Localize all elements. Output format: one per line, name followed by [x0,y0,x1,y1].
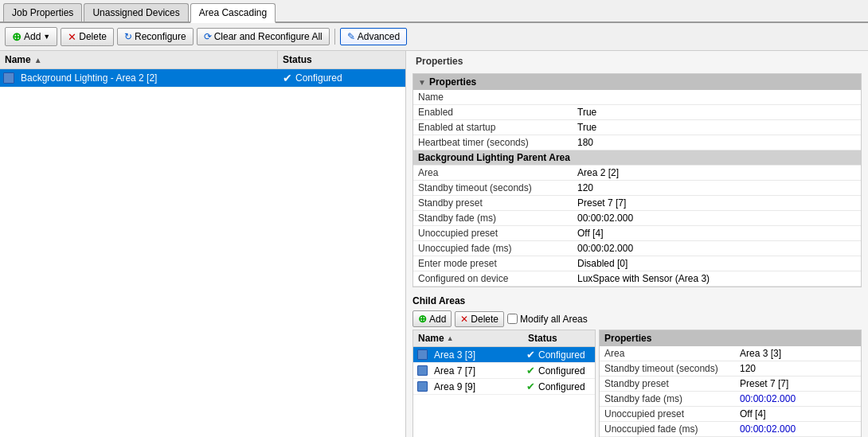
tab-bar: Job Properties Unassigned Devices Area C… [0,0,868,23]
child-status-text-2: Configured [538,365,585,377]
prop-row-configured-on-device: Configured on device LuxSpace with Senso… [413,271,861,287]
properties-container: ▼ Properties Name Enabled True [412,73,862,287]
child-sort-icon: ▲ [447,334,454,342]
prop-row-enabled-startup: Enabled at startup True [413,120,861,135]
add-icon: ⊕ [12,30,22,43]
prop-label-name: Name [413,90,573,105]
cprop-value-standby-preset: Preset 7 [7] [735,377,861,392]
prop-label-standby-fade: Standby fade (ms) [413,211,573,226]
tab-unassigned-devices[interactable]: Unassigned Devices [84,3,188,21]
table-row[interactable]: Background Lighting - Area 2 [2] ✔ Confi… [0,69,405,88]
child-status-col-header: Status [523,330,595,346]
child-row-3[interactable]: Area 9 [9] ✔ Configured [413,379,595,395]
prop-label-heartbeat: Heartbeat timer (seconds) [413,135,573,150]
child-row-name-3: Area 9 [9] [431,380,523,394]
reconfigure-icon: ↻ [124,31,132,42]
child-row-icon-3 [413,379,431,394]
child-areas-title: Child Areas [412,294,862,308]
child-status-text-3: Configured [538,381,585,392]
cprop-row-standby-preset: Standby preset Preset 7 [7] [600,377,861,392]
row-status: ✔ Configured [278,69,405,87]
prop-row-enabled: Enabled True [413,105,861,120]
toolbar-separator [334,29,335,45]
modify-label: Modify all Areas [520,314,588,325]
cprop-value-standby-timeout: 120 [735,361,861,377]
child-check-icon-2: ✔ [526,365,535,377]
properties-header: ▼ Properties [413,74,861,90]
add-button[interactable]: ⊕ Add ▼ [5,27,57,46]
row-name: Background Lighting - Area 2 [2] [18,70,278,86]
right-panel: Properties ▼ Properties Name Enabled [406,51,868,437]
reconfigure-button[interactable]: ↻ Reconfigure [117,28,194,45]
child-name-col-header: Name ▲ [413,330,523,346]
modify-all-checkbox[interactable] [507,314,518,324]
prop-value-configured-on-device: LuxSpace with Sensor (Area 3) [573,271,861,287]
cprop-row-standby-fade: Standby fade (ms) 00:00:02.000 [600,392,861,407]
prop-label-standby-timeout: Standby timeout (seconds) [413,181,573,196]
child-list: Name ▲ Status Area 3 [3] [412,330,596,437]
prop-label-area: Area [413,166,573,181]
prop-value-area: Area 2 [2] [573,166,861,181]
prop-label-enabled-startup: Enabled at startup [413,120,573,135]
child-areas-toolbar: ⊕ Add ✕ Delete Modify all Areas [412,308,862,330]
tab-job-properties[interactable]: Job Properties [3,3,82,21]
delete-button[interactable]: ✕ Delete [61,28,114,46]
prop-row-standby-timeout: Standby timeout (seconds) 120 [413,181,861,196]
prop-label-unoccupied-preset: Unoccupied preset [413,226,573,241]
clear-reconfigure-button[interactable]: ⟳ Clear and Reconfigure All [197,28,330,45]
prop-value-enabled: True [573,105,861,120]
prop-label-configured-on-device: Configured on device [413,271,573,287]
reconfigure-label: Reconfigure [135,31,186,42]
child-delete-button[interactable]: ✕ Delete [455,311,504,327]
main-layout: Name ▲ Status Background Lighting - Area… [0,51,868,437]
child-add-button[interactable]: ⊕ Add [412,310,452,327]
name-sort-icon: ▲ [34,56,42,64]
cprop-value-area: Area 3 [3] [735,346,861,361]
prop-value-enabled-startup: True [573,120,861,135]
left-table-header: Name ▲ Status [0,51,405,69]
prop-value-standby-fade: 00:00:02.000 [573,211,861,226]
prop-row-name: Name [413,90,861,105]
clear-label: Clear and Reconfigure All [214,31,323,42]
clear-icon: ⟳ [204,31,212,42]
child-row-icon-2 [413,363,431,378]
cprop-label-standby-fade: Standby fade (ms) [600,392,735,407]
child-status-text-1: Configured [538,349,585,361]
child-list-header: Name ▲ Status [413,330,595,347]
status-column-header: Status [278,51,405,68]
cprop-label-standby-preset: Standby preset [600,377,735,392]
properties-header-label: Properties [429,76,476,88]
child-areas-section: Child Areas ⊕ Add ✕ Delete Modify all Ar… [412,294,862,437]
child-row-name-1: Area 3 [3] [431,348,523,362]
child-check-icon-1: ✔ [526,349,535,361]
child-delete-label: Delete [471,314,499,325]
prop-label-enter-mode: Enter mode preset [413,256,573,271]
advanced-button[interactable]: ✎ Advanced [340,28,407,45]
cprop-row-area: Area Area 3 [3] [600,346,861,361]
child-row-1[interactable]: Area 3 [3] ✔ Configured [413,347,595,363]
child-content: Name ▲ Status Area 3 [3] [412,330,862,437]
properties-table: Name Enabled True Enabled at startup Tru… [413,90,861,287]
row-icon [0,70,18,86]
advanced-icon: ✎ [347,31,355,42]
child-add-icon: ⊕ [418,313,427,325]
cprop-label-area: Area [600,346,735,361]
cprop-label-unoccupied-preset: Unoccupied preset [600,407,735,422]
prop-value-name [573,90,861,105]
prop-row-heartbeat: Heartbeat timer (seconds) 180 [413,135,861,150]
cprop-label-standby-timeout: Standby timeout (seconds) [600,361,735,377]
prop-value-unoccupied-preset: Off [4] [573,226,861,241]
child-check-icon-3: ✔ [526,380,535,392]
collapse-icon[interactable]: ▼ [418,78,426,87]
child-row-2[interactable]: Area 7 [7] ✔ Configured [413,363,595,379]
tab-area-cascading[interactable]: Area Cascading [190,3,276,23]
prop-label-enabled: Enabled [413,105,573,120]
status-text: Configured [295,72,342,84]
cprop-row-unoccupied-fade: Unoccupied fade (ms) 00:00:02.000 [600,422,861,437]
prop-value-standby-preset: Preset 7 [7] [573,196,861,211]
cprop-value-standby-fade: 00:00:02.000 [735,392,861,407]
child-properties: Properties Area Area 3 [3] Standby timeo… [599,330,862,437]
add-dropdown-icon: ▼ [43,33,50,41]
prop-row-standby-preset: Standby preset Preset 7 [7] [413,196,861,211]
delete-label: Delete [79,31,107,42]
